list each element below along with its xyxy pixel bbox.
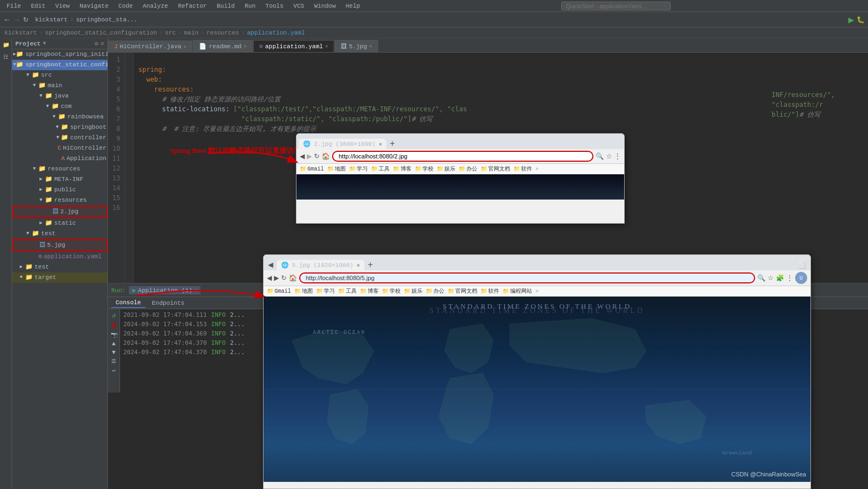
more-btn[interactable]: ⋮ xyxy=(614,152,621,160)
menu-analyze[interactable]: Analyze xyxy=(138,2,172,10)
tree-item[interactable]: ▶ 📁 public xyxy=(12,185,107,195)
bookmark-tools[interactable]: 📁 工具 xyxy=(371,165,390,173)
menu-build[interactable]: Build xyxy=(212,2,239,10)
tab-5jpg[interactable]: 🖼 5.jpg ✕ xyxy=(335,40,378,52)
browser2-close[interactable]: ✕ xyxy=(357,262,360,269)
tree-item[interactable]: ▶ 📁 springboot_spring_initializr xyxy=(12,49,107,60)
close-icon[interactable]: ✕ xyxy=(369,43,372,49)
bookmark-gmail[interactable]: 📁 Gmail xyxy=(300,166,324,172)
project-icon[interactable]: 📁 xyxy=(2,41,10,49)
menu-file[interactable]: File xyxy=(2,2,25,10)
forward-btn[interactable]: ▶ xyxy=(307,152,312,160)
tree-item[interactable]: C HiController xyxy=(12,143,107,153)
tree-item[interactable]: A Application xyxy=(12,153,107,164)
bookmark-map[interactable]: 📁 地图 xyxy=(327,165,346,173)
bm2-study[interactable]: 📁 学习 xyxy=(316,287,335,295)
debug-btn[interactable]: 🐛 xyxy=(856,16,865,24)
tree-item[interactable]: ▼ 📁 test xyxy=(12,229,107,239)
search-input[interactable] xyxy=(561,2,671,10)
new-tab-btn2[interactable]: + xyxy=(366,260,375,270)
bm2-ent[interactable]: 📁 娱乐 xyxy=(404,287,422,295)
browser2-tab[interactable]: 🌐 5.jpg (1920×1080) ✕ xyxy=(277,260,364,270)
menu-run[interactable]: Run xyxy=(240,2,260,10)
browser-window-2[interactable]: ◀ 🌐 5.jpg (1920×1080) ✕ + ⬜ ◀ ▶ ↻ 🏠 🔍 ☆ … xyxy=(263,254,811,489)
scroll-up-btn[interactable]: ▲ xyxy=(112,340,116,347)
tree-item[interactable]: ▼ 📁 rainbowsea xyxy=(12,112,107,122)
bm2-coding[interactable]: 📁 编程网站 xyxy=(502,287,532,295)
bookmark-sw[interactable]: 📁 软件 xyxy=(513,165,532,173)
tree-item[interactable]: ▶ 📁 META-INF xyxy=(12,174,107,185)
refresh-btn[interactable]: ↻ xyxy=(23,16,28,24)
tree-item[interactable]: ▼ 📁 resources xyxy=(12,164,107,174)
forward-btn2[interactable]: ▶ xyxy=(274,274,279,282)
tree-item[interactable]: ▼ 📁 src xyxy=(12,70,107,81)
camera-icon[interactable]: 📷 xyxy=(111,332,117,338)
fwd-btn[interactable]: → xyxy=(13,15,21,24)
bookmark-blog[interactable]: 📁 博客 xyxy=(393,165,412,173)
search-btn2[interactable]: 🔍 xyxy=(757,274,766,282)
home-btn2[interactable]: 🏠 xyxy=(289,274,297,282)
tree-item-app-yaml[interactable]: ⚙ application.yaml xyxy=(12,252,107,262)
bm2-docs[interactable]: 📁 官网文档 xyxy=(448,287,477,295)
menu-view[interactable]: View xyxy=(51,2,74,10)
bm2-tools[interactable]: 📁 工具 xyxy=(338,287,357,295)
bookmark-school[interactable]: 📁 学校 xyxy=(415,165,433,173)
maximize-btn[interactable]: ⬜ xyxy=(796,261,808,270)
tree-item[interactable]: ▼ 📁 main xyxy=(12,81,107,91)
bm2-work[interactable]: 📁 办公 xyxy=(426,287,444,295)
bookmark-work[interactable]: 📁 办公 xyxy=(459,165,477,173)
run-app-tab[interactable]: ▶ Application (1) ✕ xyxy=(129,286,201,294)
close-icon[interactable]: ✕ xyxy=(184,44,186,50)
bm2-sw[interactable]: 📁 软件 xyxy=(481,287,499,295)
browser2-back-btn[interactable]: ◀ xyxy=(266,259,276,270)
browser1-tab[interactable]: 🌐 2.jpg (3600×1800) ✕ xyxy=(299,139,386,149)
browser2-url-bar[interactable] xyxy=(299,272,755,283)
menu-code[interactable]: Code xyxy=(114,2,137,10)
layout-icon[interactable]: ≡ xyxy=(100,41,104,47)
tab-hicontroller[interactable]: J HiController.java ✕ xyxy=(108,41,192,52)
browser-window-1[interactable]: 🌐 2.jpg (3600×1800) ✕ + ◀ ▶ ↻ 🏠 🔍 ☆ ⋮ 📁 … xyxy=(296,133,625,224)
back-btn[interactable]: ← xyxy=(3,15,11,24)
tree-item[interactable]: ▼ 📁 springboot_static_configuration xyxy=(12,60,107,70)
home-btn[interactable]: 🏠 xyxy=(322,152,330,160)
menu-help[interactable]: Help xyxy=(341,2,364,10)
close-icon[interactable]: ✕ xyxy=(325,43,328,49)
tree-item-5jpg[interactable]: 🖼 5.jpg xyxy=(12,239,107,252)
tab-application-yaml[interactable]: ⚙ application.yaml ✕ xyxy=(253,40,334,52)
back-btn[interactable]: ◀ xyxy=(300,152,305,160)
menu-tools[interactable]: Tools xyxy=(261,2,288,10)
tree-item-2jpg[interactable]: 🖼 2.jpg xyxy=(12,206,107,218)
bm2-map[interactable]: 📁 地图 xyxy=(294,287,313,295)
tab-console[interactable]: Console xyxy=(111,298,145,308)
wrap-icon[interactable]: ↵ xyxy=(112,367,115,373)
avatar[interactable]: U xyxy=(795,272,807,284)
tree-item-target[interactable]: ▼ 📁 target xyxy=(12,272,107,283)
restart-btn[interactable]: ↺ xyxy=(112,311,116,320)
refresh-btn[interactable]: ↻ xyxy=(314,152,319,160)
extensions-btn[interactable]: 🧩 xyxy=(776,274,784,282)
new-tab-btn[interactable]: + xyxy=(387,139,397,149)
browser1-url-bar[interactable] xyxy=(332,151,593,162)
back-btn2[interactable]: ◀ xyxy=(267,274,272,282)
tree-item[interactable]: ▶ 📁 test xyxy=(12,262,107,272)
menu-vcs[interactable]: VCS xyxy=(289,2,309,10)
menu-window[interactable]: Window xyxy=(310,2,340,10)
bookmark-ent[interactable]: 📁 娱乐 xyxy=(437,165,455,173)
tree-item[interactable]: ▼ 📁 springboot xyxy=(12,122,107,133)
bm2-gmail[interactable]: 📁 Gmail xyxy=(267,288,291,294)
bm2-blog[interactable]: 📁 博客 xyxy=(360,287,379,295)
tree-item[interactable]: ▼ 📁 resources xyxy=(12,195,107,206)
tab-endpoints[interactable]: Endpoints xyxy=(147,299,189,308)
tab-readme[interactable]: 📄 readme.md ✕ xyxy=(193,40,253,52)
bookmark-btn[interactable]: ☆ xyxy=(606,152,612,160)
browser1-close[interactable]: ✕ xyxy=(379,141,382,147)
tree-item[interactable]: ▼ 📁 com xyxy=(12,101,107,112)
scroll-down-btn[interactable]: ▼ xyxy=(112,349,116,356)
tree-item[interactable]: ▼ 📁 controller xyxy=(12,133,107,143)
refresh-btn2[interactable]: ↻ xyxy=(281,274,287,282)
stop-btn[interactable]: ■ xyxy=(112,322,116,329)
bookmark-study[interactable]: 📁 学习 xyxy=(349,165,368,173)
more-btn2[interactable]: ⋮ xyxy=(786,274,793,282)
tree-item[interactable]: ▶ 📁 static xyxy=(12,218,107,229)
menu-edit[interactable]: Edit xyxy=(26,2,49,10)
